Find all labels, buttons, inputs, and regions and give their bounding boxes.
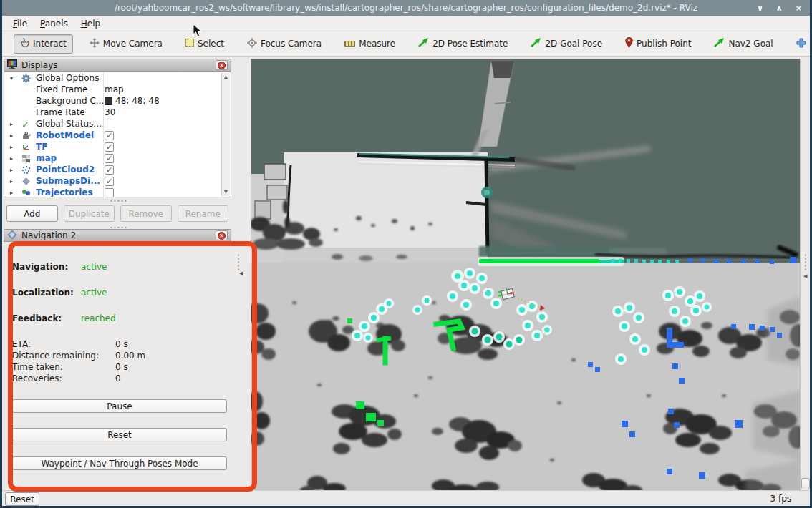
- tree-label: Global Options: [36, 73, 99, 83]
- trajectories-icon: [21, 188, 33, 197]
- tree-value-text: map: [105, 84, 124, 94]
- tree-label: Fixed Frame: [36, 84, 87, 94]
- chevron-right-icon[interactable]: ▸: [10, 132, 17, 139]
- close-button[interactable]: ×: [796, 4, 802, 13]
- displays-close-button[interactable]: ×: [216, 60, 228, 70]
- chevron-right-icon[interactable]: ▸: [10, 178, 17, 185]
- checkbox[interactable]: ✓: [105, 142, 114, 152]
- scroll-down-icon[interactable]: ▼: [224, 189, 228, 195]
- tree-row-map[interactable]: ▸map✓: [4, 152, 231, 164]
- right-dock-splitter[interactable]: ◀: [800, 59, 810, 490]
- tree-value-text: 30: [105, 107, 115, 117]
- title-bar[interactable]: /root/yahboomcar_ros2_ws/software/librar…: [0, 0, 812, 16]
- chevron-right-icon[interactable]: ▸: [10, 155, 17, 162]
- displays-panel-header[interactable]: Displays ×: [4, 59, 231, 72]
- remove-button: Remove: [120, 205, 172, 222]
- tree-label: Frame Rate: [36, 107, 85, 117]
- tree-label: map: [36, 153, 57, 163]
- tree-row-global-status-[interactable]: ▸✓Global Status...: [4, 118, 231, 130]
- tree-row-global-options[interactable]: ▾Global Options: [4, 72, 231, 84]
- add-tool-icon: [796, 38, 806, 50]
- tree-value[interactable]: map: [105, 84, 124, 94]
- tool-move-camera[interactable]: Move Camera: [83, 34, 169, 54]
- move-camera-icon: [90, 38, 100, 50]
- map-canvas: [251, 59, 801, 492]
- pointcloud2-icon: [21, 165, 33, 175]
- select-icon: [185, 39, 194, 49]
- tool-label: Focus Camera: [261, 39, 322, 49]
- tree-scrollbar[interactable]: ▲▼: [221, 73, 230, 196]
- chevron-right-icon[interactable]: ▸: [10, 121, 17, 127]
- tree-row-frame-rate[interactable]: Frame Rate30: [4, 107, 231, 118]
- shade-button[interactable]: ∨: [757, 4, 763, 13]
- tool-label: Publish Point: [637, 39, 691, 49]
- collapse-right-icon[interactable]: ◀: [803, 273, 807, 279]
- tree-row-background-c-[interactable]: Background C...48; 48; 48: [4, 95, 231, 107]
- tree-row-trajectories[interactable]: ▸Trajectories: [4, 187, 231, 197]
- tree-row-tf[interactable]: ▸TF✓: [4, 141, 231, 152]
- tool-label: Interact: [33, 39, 67, 49]
- splitter-grip: [237, 253, 240, 272]
- nav-close-button[interactable]: ×: [216, 230, 228, 240]
- status-bar: Reset 3 fps: [2, 490, 810, 506]
- chevron-right-icon[interactable]: ▸: [10, 144, 17, 150]
- left-dock-splitter[interactable]: ◀: [231, 59, 251, 490]
- waypoint-nav-through-poses-mode-button[interactable]: Waypoint / Nav Through Poses Mode: [12, 456, 227, 470]
- mouse-cursor: [193, 24, 203, 40]
- window-controls: ∨∧×: [757, 0, 802, 16]
- checkbox[interactable]: ✓: [105, 177, 114, 186]
- nav-panel-header[interactable]: Navigation 2 ×: [4, 229, 231, 242]
- checkbox[interactable]: ✓: [105, 131, 114, 140]
- tree-row-pointcloud2[interactable]: ▸PointCloud2✓: [4, 164, 231, 175]
- tree-value-text: 48; 48; 48: [115, 96, 160, 106]
- submaps-icon: [21, 177, 33, 186]
- add-button[interactable]: Add: [6, 205, 58, 222]
- nav-status-label: Localization:: [12, 288, 74, 298]
- maximize-button[interactable]: ∧: [776, 4, 783, 13]
- displays-panel-title: Displays: [21, 60, 211, 70]
- goal-pose-icon: [531, 38, 541, 49]
- tool-interact[interactable]: Interact: [14, 34, 73, 54]
- nav-panel-title: Navigation 2: [21, 230, 211, 240]
- splitter-handle[interactable]: [110, 200, 128, 202]
- tool-2d-goal-pose[interactable]: 2D Goal Pose: [524, 34, 609, 53]
- nav-status-label: Feedback:: [12, 313, 62, 323]
- measure-icon: [344, 39, 355, 49]
- time-reset-button[interactable]: Reset: [5, 492, 39, 506]
- tool-label: Measure: [359, 39, 395, 49]
- tree-value[interactable]: 30: [105, 107, 115, 117]
- chevron-right-icon[interactable]: ▸: [10, 190, 17, 196]
- tool-label: Move Camera: [103, 39, 163, 49]
- menu-item-help[interactable]: Help: [76, 17, 105, 30]
- chevron-down-icon[interactable]: ▾: [10, 75, 17, 82]
- scroll-up-icon[interactable]: ▲: [224, 74, 228, 80]
- checkbox[interactable]: ✓: [105, 165, 114, 175]
- tree-label: RobotModel: [36, 130, 94, 140]
- tool-2d-pose-estimate[interactable]: 2D Pose Estimate: [412, 34, 514, 53]
- tree-row-fixed-frame[interactable]: Fixed Framemap: [4, 84, 231, 95]
- tool-add-tool-icon[interactable]: [790, 34, 812, 54]
- tool-nav2-goal[interactable]: Nav2 Goal: [707, 34, 779, 53]
- rename-button: Rename: [178, 205, 229, 222]
- tool-select[interactable]: Select: [179, 35, 231, 52]
- collapse-left-icon[interactable]: ◀: [239, 270, 243, 276]
- 3d-viewport[interactable]: [251, 59, 802, 492]
- nav-status-value: reached: [81, 313, 116, 323]
- duplicate-button: Duplicate: [64, 205, 115, 222]
- checkbox[interactable]: ✓: [105, 154, 114, 163]
- menu-item-file[interactable]: File: [8, 17, 32, 30]
- tool-label: 2D Goal Pose: [545, 39, 602, 49]
- tree-value[interactable]: 48; 48; 48: [105, 96, 160, 106]
- nav-stat-label: Distance remaining:: [12, 351, 99, 361]
- checkbox[interactable]: [105, 188, 114, 197]
- tool-focus-camera[interactable]: Focus Camera: [241, 34, 328, 54]
- tree-row-robotmodel[interactable]: ▸RobotModel✓: [4, 130, 231, 141]
- menu-item-panels[interactable]: Panels: [35, 17, 73, 30]
- reset-button[interactable]: Reset: [12, 428, 227, 441]
- right-strip-thumb[interactable]: [801, 478, 810, 489]
- pause-button[interactable]: Pause: [12, 399, 227, 413]
- tool-publish-point[interactable]: Publish Point: [619, 34, 697, 54]
- tool-measure[interactable]: Measure: [338, 35, 402, 52]
- tree-row-submapsdi-[interactable]: ▸SubmapsDi...✓: [4, 175, 231, 187]
- chevron-right-icon[interactable]: ▸: [10, 167, 17, 173]
